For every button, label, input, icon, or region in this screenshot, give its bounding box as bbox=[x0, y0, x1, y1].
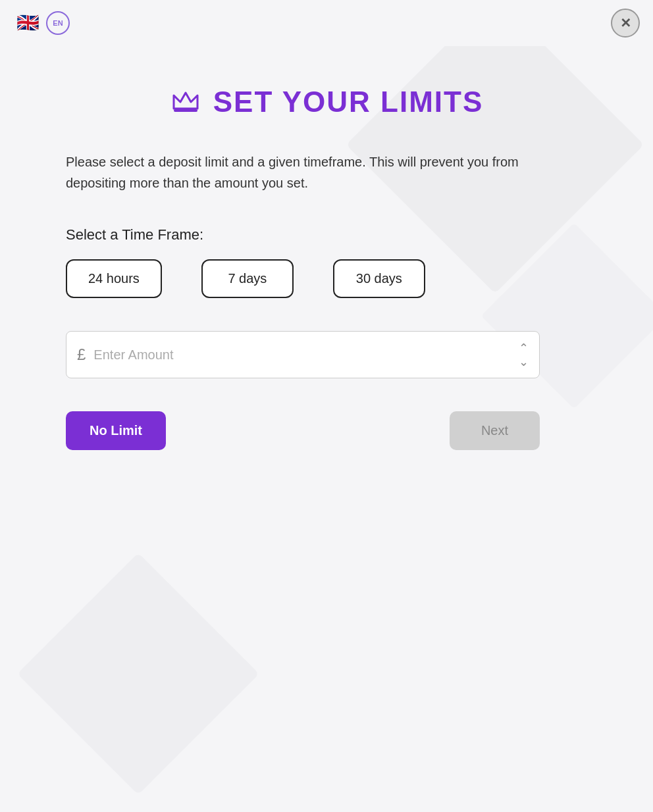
amount-input[interactable] bbox=[93, 347, 519, 363]
flag-icon[interactable]: 🇬🇧 bbox=[13, 9, 42, 38]
amount-input-wrapper: £ ⌃ ⌄ bbox=[66, 331, 540, 378]
currency-symbol: £ bbox=[77, 345, 86, 364]
timeframe-buttons: 24 hours 7 days 30 days bbox=[66, 259, 425, 298]
timeframe-24h-button[interactable]: 24 hours bbox=[66, 259, 162, 298]
lang-area: 🇬🇧 EN bbox=[13, 9, 70, 38]
timeframe-30d-button[interactable]: 30 days bbox=[333, 259, 425, 298]
timeframe-label: Select a Time Frame: bbox=[66, 226, 203, 243]
crown-icon bbox=[170, 88, 201, 116]
next-button[interactable]: Next bbox=[450, 411, 540, 450]
lang-badge[interactable]: EN bbox=[46, 11, 70, 35]
title-area: SET YOUR LIMITS bbox=[66, 86, 587, 118]
spinner-icon[interactable]: ⌃ ⌄ bbox=[519, 342, 529, 368]
page-container: 🇬🇧 EN ✕ SET YOUR LIMITS Please select a … bbox=[0, 0, 653, 812]
description-text: Please select a deposit limit and a give… bbox=[66, 151, 540, 193]
page-title: SET YOUR LIMITS bbox=[213, 86, 484, 118]
close-button[interactable]: ✕ bbox=[611, 9, 640, 38]
spinner-down-icon[interactable]: ⌄ bbox=[519, 356, 529, 368]
top-bar: 🇬🇧 EN ✕ bbox=[0, 0, 653, 46]
spinner-up-icon[interactable]: ⌃ bbox=[519, 342, 529, 354]
no-limit-button[interactable]: No Limit bbox=[66, 411, 166, 450]
timeframe-7d-button[interactable]: 7 days bbox=[201, 259, 294, 298]
svg-rect-0 bbox=[174, 109, 197, 112]
action-buttons: No Limit Next bbox=[66, 411, 540, 450]
main-content: SET YOUR LIMITS Please select a deposit … bbox=[0, 46, 653, 812]
